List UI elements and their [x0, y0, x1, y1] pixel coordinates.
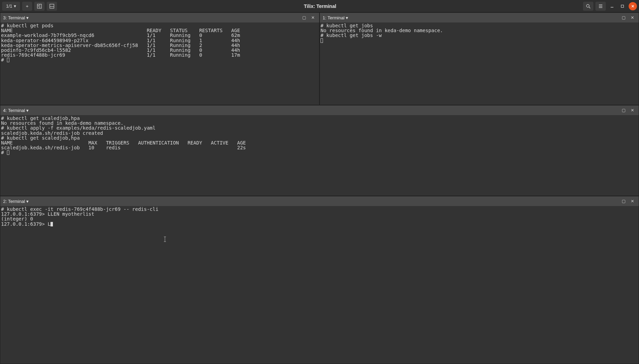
close-icon: ✕ [631, 15, 634, 20]
search-icon [586, 4, 591, 9]
chevron-down-icon: ▾ [26, 108, 29, 113]
pane-maximize-1[interactable]: ▢ [620, 14, 627, 21]
close-icon: ✕ [631, 199, 634, 204]
maximize-icon: ▢ [622, 108, 626, 113]
minimize-button[interactable] [608, 2, 616, 10]
maximize-icon: ▢ [622, 199, 626, 204]
pane-maximize-4[interactable]: ▢ [620, 107, 627, 114]
window-title: Tilix: Terminal [59, 3, 581, 9]
cursor [50, 222, 53, 226]
pane-title-4[interactable]: 4: Terminal ▾ [3, 108, 29, 113]
term4-line: scaledjob.keda.sh/redis-job 10 redis 22s [1, 145, 246, 150]
titlebar-left: 1/1 ▾ ＋ [2, 2, 57, 11]
menu-button[interactable] [595, 2, 606, 11]
hamburger-icon [598, 4, 603, 9]
session-selector[interactable]: 1/1 ▾ [2, 2, 20, 11]
split-right-icon [37, 4, 42, 9]
close-icon [631, 4, 635, 8]
pane-title-1[interactable]: 1: Terminal ▾ [323, 15, 348, 20]
close-icon: ✕ [311, 15, 315, 20]
split-right-button[interactable] [34, 2, 45, 11]
maximize-icon [621, 4, 624, 8]
chevron-down-icon: ▾ [346, 15, 348, 20]
search-button[interactable] [583, 2, 593, 11]
term4-prompt: # [1, 150, 7, 155]
term1-line: # kubectl get jobs -w [321, 32, 382, 38]
chevron-down-icon: ▾ [26, 15, 29, 20]
terminal-pane-4[interactable]: 4: Terminal ▾ ▢ ✕ # kubectl get scaledjo… [0, 105, 639, 196]
pane-title-2[interactable]: 2: Terminal ▾ [3, 199, 29, 204]
close-icon: ✕ [631, 108, 634, 113]
term3-prompt: # [1, 57, 7, 63]
terminal-pane-3[interactable]: 3: Terminal ▾ ▢ ✕ # kubectl get pods NAM… [0, 12, 320, 105]
chevron-down-icon: ▾ [14, 3, 16, 9]
pane-title-label: 2: Terminal [3, 199, 25, 204]
svg-point-4 [586, 4, 589, 7]
svg-line-5 [589, 7, 590, 8]
pane-title-label: 4: Terminal [3, 108, 25, 113]
cursor [321, 38, 323, 43]
terminal-body-2[interactable]: # kubectl exec -it redis-769c4f488b-jcr6… [0, 206, 639, 364]
term3-row: redis-769c4f488b-jcr69 1/1 Running 0 17m [1, 52, 240, 58]
pane-header-2: 2: Terminal ▾ ▢ ✕ [0, 196, 639, 206]
cursor [7, 150, 9, 155]
maximize-icon: ▢ [622, 15, 626, 20]
text-cursor-ibeam [164, 227, 166, 232]
pane-title-label: 1: Terminal [323, 15, 344, 20]
terminal-grid: 3: Terminal ▾ ▢ ✕ # kubectl get pods NAM… [0, 12, 639, 364]
svg-rect-0 [37, 4, 41, 8]
split-down-icon [49, 4, 54, 9]
maximize-icon: ▢ [302, 15, 306, 20]
plus-icon: ＋ [25, 3, 29, 9]
pane-close-2[interactable]: ✕ [629, 198, 636, 205]
chevron-down-icon: ▾ [26, 199, 29, 204]
pane-header-1: 1: Terminal ▾ ▢ ✕ [320, 13, 639, 22]
pane-header-3: 3: Terminal ▾ ▢ ✕ [0, 13, 319, 22]
pane-title-3[interactable]: 3: Terminal ▾ [3, 15, 29, 20]
pane-maximize-3[interactable]: ▢ [300, 14, 307, 21]
terminal-pane-2[interactable]: 2: Terminal ▾ ▢ ✕ # kubectl exec -it red… [0, 196, 639, 364]
svg-rect-10 [621, 5, 624, 7]
terminal-body-1[interactable]: # kubectl get jobs No resources found in… [320, 22, 639, 105]
pane-close-1[interactable]: ✕ [629, 14, 636, 21]
titlebar-right [583, 2, 637, 11]
titlebar: 1/1 ▾ ＋ Tilix: Terminal [0, 0, 639, 12]
cursor [7, 58, 9, 62]
pane-close-3[interactable]: ✕ [309, 14, 316, 21]
term2-line: 127.0.0.1:6379> L [1, 221, 50, 227]
session-label: 1/1 [6, 3, 12, 9]
svg-rect-2 [50, 4, 54, 8]
terminal-body-4[interactable]: # kubectl get scaledjob,hpa No resources… [0, 115, 639, 196]
pane-maximize-2[interactable]: ▢ [620, 198, 627, 205]
split-down-button[interactable] [47, 2, 57, 11]
terminal-pane-1[interactable]: 1: Terminal ▾ ▢ ✕ # kubectl get jobs No … [320, 12, 639, 105]
pane-close-4[interactable]: ✕ [629, 107, 636, 114]
pane-header-4: 4: Terminal ▾ ▢ ✕ [0, 105, 639, 115]
maximize-button[interactable] [618, 2, 627, 10]
terminal-body-3[interactable]: # kubectl get pods NAME READY STATUS RES… [0, 22, 319, 105]
pane-title-label: 3: Terminal [3, 15, 25, 20]
close-window-button[interactable] [629, 2, 637, 10]
minimize-icon [610, 4, 614, 8]
add-terminal-button[interactable]: ＋ [22, 2, 32, 11]
